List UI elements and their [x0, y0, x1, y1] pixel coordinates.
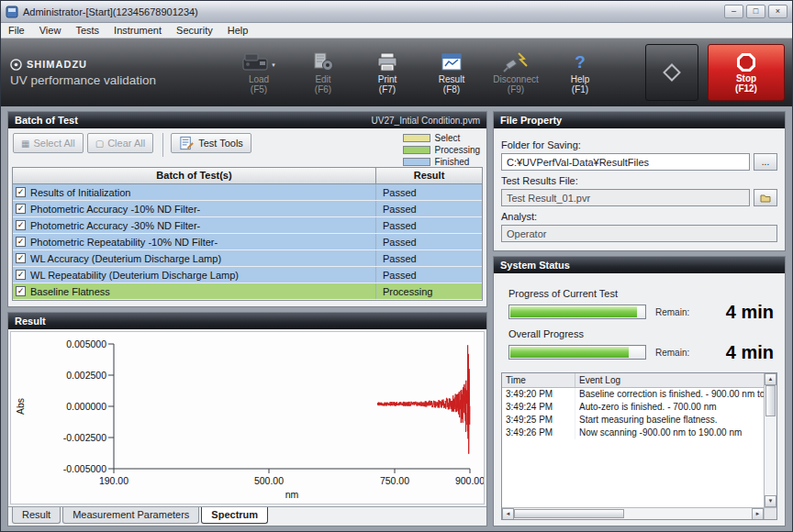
table-row[interactable]: ✓ Photometric Accuracy -10% ND Filter- P…	[13, 201, 482, 217]
edit-button[interactable]: Edit (F6)	[291, 50, 355, 94]
batch-controls: ▦ Select All ▢ Clear All Test Tools	[8, 128, 486, 165]
right-column: File Property Folder for Saving: C:¥UVPe…	[493, 111, 786, 526]
select-all-button[interactable]: ▦ Select All	[13, 133, 84, 153]
app-window: Administrator-[Start](12345678901234) – …	[0, 0, 793, 532]
minimize-button[interactable]: –	[724, 5, 743, 18]
result-key: (F8)	[443, 84, 460, 94]
file-property-content: Folder for Saving: C:¥UVPerfVal-Data¥Res…	[494, 128, 785, 250]
legend-row: Processing	[403, 145, 480, 155]
test-tools-button[interactable]: Test Tools	[171, 133, 251, 153]
row-checkbox[interactable]: ✓	[16, 286, 26, 296]
help-label: Help	[571, 74, 590, 84]
stop-label: Stop	[736, 73, 756, 83]
test-result: Passed	[376, 217, 482, 233]
folder-field[interactable]: C:¥UVPerfVal-Data¥ResultFiles	[501, 153, 750, 171]
log-row[interactable]: 3:49:24 PM Auto-zero is finished. - 700.…	[502, 401, 764, 414]
edit-key: (F6)	[315, 84, 331, 94]
menu-item[interactable]: Help	[220, 24, 256, 37]
stop-button[interactable]: Stop (F12)	[708, 44, 785, 101]
file-property-title: File Property	[500, 115, 562, 126]
result-icon	[441, 51, 463, 73]
table-row[interactable]: ✓ WL Accuracy (Deuterium Discharge Lamp)…	[13, 250, 482, 267]
event-log-header: Time Event Log	[502, 373, 764, 388]
horizontal-scrollbar[interactable]: ◄ ►	[502, 507, 764, 519]
scroll-up-icon[interactable]: ▲	[765, 373, 776, 385]
menu-item[interactable]: Tests	[68, 24, 106, 37]
log-row[interactable]: 3:49:26 PM Now scanning -900.00 nm to 19…	[502, 427, 764, 439]
table-row[interactable]: ✓ Baseline Flatness Processing	[13, 283, 482, 300]
scroll-left-icon[interactable]: ◄	[502, 508, 514, 520]
results-file-field[interactable]: Test Result_01.pvr	[501, 189, 750, 206]
load-button[interactable]: ▼ Load (F5)	[227, 50, 291, 94]
result-button[interactable]: Result (F8)	[419, 50, 484, 94]
test-result: Passed	[376, 250, 482, 266]
row-checkbox[interactable]: ✓	[16, 270, 26, 280]
system-status-title: System Status	[500, 260, 570, 271]
batch-panel: Batch of Test UV27_Intial Condition.pvm …	[7, 111, 487, 307]
log-row[interactable]: 3:49:20 PM Baseline correction is finish…	[502, 388, 764, 401]
row-checkbox[interactable]: ✓	[16, 220, 26, 230]
y-tick-label: -0.005000	[63, 463, 106, 474]
analyst-field[interactable]: Operator	[501, 225, 777, 242]
start-icon	[660, 61, 684, 84]
tab-measurement-parameters[interactable]: Measurement Parameters	[62, 507, 199, 524]
current-progress-label: Progress of Current Test	[508, 288, 777, 299]
disconnect-button[interactable]: Disconnect (F9)	[484, 50, 548, 94]
disconnect-icon	[502, 51, 530, 73]
system-status-content: Progress of Current Test Remain: 4 min O…	[494, 273, 785, 526]
vertical-scroll-thumb[interactable]	[765, 385, 776, 416]
menu-item[interactable]: View	[32, 24, 69, 37]
result-tabs: Result Measurement Parameters Spectrum	[8, 506, 486, 526]
table-row[interactable]: ✓ Photometric Accuracy -30% ND Filter- P…	[13, 217, 482, 234]
folder-browse-button[interactable]: ...	[754, 153, 777, 171]
overall-progress-fill	[510, 347, 629, 358]
clear-all-button[interactable]: ▢ Clear All	[87, 133, 153, 153]
run-controls: Stop (F12)	[645, 44, 785, 101]
folder-label: Folder for Saving:	[501, 139, 777, 150]
results-file-button[interactable]	[754, 189, 777, 206]
edit-label: Edit	[315, 74, 330, 84]
brand-name: SHIMADZU	[27, 59, 87, 70]
legend-row: Finished	[403, 157, 480, 167]
scroll-down-icon[interactable]: ▼	[765, 495, 776, 507]
row-checkbox[interactable]: ✓	[16, 253, 26, 263]
load-label: Load	[249, 74, 269, 84]
x-tick-label: 750.00	[380, 475, 409, 486]
tab-spectrum[interactable]: Spectrum	[201, 507, 268, 524]
disconnect-label: Disconnect	[493, 74, 538, 84]
menu-item[interactable]: File	[1, 24, 32, 37]
tab-result[interactable]: Result	[12, 507, 61, 524]
results-file-label: Test Results File:	[501, 175, 777, 186]
batch-panel-title: Batch of Test	[15, 115, 78, 126]
row-checkbox[interactable]: ✓	[16, 187, 26, 197]
menu-bar: FileViewTestsInstrumentSecurityHelp	[1, 23, 792, 39]
stop-key: (F12)	[735, 83, 757, 94]
result-panel: Result 0.005000 0.002500 0.000000	[7, 312, 487, 526]
log-row[interactable]: 3:49:25 PM Start measuring baseline flat…	[502, 414, 764, 427]
table-row[interactable]: ✓ Results of Initialization Passed	[13, 184, 482, 201]
vertical-scrollbar[interactable]: ▲ ▼	[764, 373, 776, 507]
row-checkbox[interactable]: ✓	[16, 237, 26, 247]
start-button[interactable]	[645, 44, 698, 101]
row-checkbox[interactable]: ✓	[16, 204, 26, 214]
log-time: 3:49:25 PM	[502, 414, 575, 427]
maximize-button[interactable]: □	[746, 5, 765, 18]
event-log: Time Event Log 3:49:20 PM Baseline corre…	[501, 372, 777, 520]
menu-item[interactable]: Instrument	[106, 24, 169, 37]
horizontal-scroll-thumb[interactable]	[514, 509, 624, 518]
print-button[interactable]: Print (F7)	[355, 50, 419, 94]
table-row[interactable]: ✓ WL Repeatability (Deuterium Discharge …	[13, 267, 482, 283]
clear-all-label: Clear All	[107, 138, 145, 149]
table-row[interactable]: ✓ Photometric Repeatability -10% ND Filt…	[13, 234, 482, 250]
x-tick-label: 900.00	[455, 475, 484, 486]
help-button[interactable]: ? Help (F1)	[548, 50, 612, 94]
y-tick-label: 0.000000	[66, 401, 106, 412]
scroll-right-icon[interactable]: ►	[752, 508, 764, 520]
load-dropdown-icon[interactable]: ▼	[271, 61, 276, 71]
log-time: 3:49:20 PM	[502, 388, 575, 401]
menu-item[interactable]: Security	[169, 24, 220, 37]
close-button[interactable]: ×	[768, 5, 787, 18]
help-icon: ?	[575, 52, 586, 72]
log-event: Start measuring baseline flatness.	[575, 414, 764, 427]
test-name: Photometric Accuracy -30% ND Filter-	[30, 220, 200, 231]
